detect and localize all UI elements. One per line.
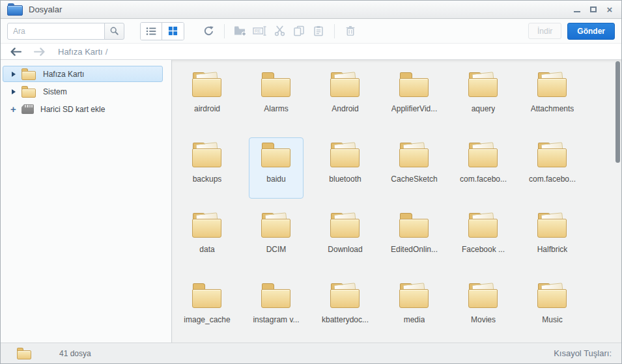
close-icon[interactable]: × bbox=[604, 5, 615, 15]
folder-item[interactable]: backups bbox=[180, 137, 234, 199]
folder-item[interactable]: Android bbox=[318, 67, 373, 128]
folder-item[interactable]: Attachments bbox=[525, 67, 580, 128]
search-input[interactable] bbox=[7, 23, 105, 40]
app-window: Dosyalar × bbox=[0, 0, 622, 364]
sidebar-item-label: Harici SD kart ekle bbox=[40, 105, 105, 114]
new-folder-icon bbox=[234, 25, 247, 36]
list-view-icon bbox=[146, 27, 156, 36]
forward-arrow-icon bbox=[33, 48, 46, 56]
folder-item[interactable]: ApplifierVid... bbox=[387, 67, 442, 128]
sidebar-item-label: Sistem bbox=[43, 87, 67, 96]
folder-icon bbox=[330, 283, 360, 309]
folder-name: Download bbox=[328, 245, 362, 254]
folder-name: image_cache bbox=[184, 315, 230, 324]
folder-item[interactable]: aquery bbox=[456, 67, 511, 128]
rename-button[interactable]: RE bbox=[250, 23, 270, 40]
folder-icon bbox=[17, 348, 32, 359]
folder-name: com.facebo... bbox=[529, 175, 576, 184]
folder-item[interactable]: Movies bbox=[456, 278, 511, 339]
folder-name: Movies bbox=[471, 315, 496, 324]
folder-name: instagram v... bbox=[253, 315, 299, 324]
folder-name: Alarms bbox=[264, 104, 288, 113]
folder-item[interactable]: baidu bbox=[249, 137, 304, 199]
folder-name: EditedOnlin... bbox=[391, 245, 438, 254]
folder-name: airdroid bbox=[194, 104, 220, 113]
sidebar-item[interactable]: + Sistem bbox=[3, 83, 163, 100]
folder-item[interactable]: EditedOnlin... bbox=[387, 208, 442, 269]
forward-button[interactable] bbox=[33, 48, 46, 56]
folder-item[interactable]: CacheSketch bbox=[387, 137, 442, 199]
folder-item[interactable]: Download bbox=[318, 208, 373, 269]
folder-name: Android bbox=[332, 104, 358, 113]
folder-item[interactable]: Music bbox=[525, 278, 580, 339]
folder-item[interactable]: image_cache bbox=[180, 278, 234, 339]
folder-name: Attachments bbox=[531, 104, 574, 113]
app-folder-icon bbox=[7, 3, 23, 16]
folder-icon bbox=[192, 283, 222, 309]
sidebar-item-label: Hafıza Kartı bbox=[43, 70, 84, 79]
copy-icon bbox=[293, 25, 305, 36]
add-icon[interactable]: + bbox=[8, 104, 18, 114]
folder-icon bbox=[21, 68, 36, 80]
folder-item[interactable]: airdroid bbox=[180, 67, 234, 128]
folder-icon bbox=[330, 213, 360, 238]
grid-view-button[interactable] bbox=[162, 23, 184, 40]
main-area: + Hafıza Kartı + Sistem + Harici SD kart… bbox=[1, 60, 621, 343]
toolbar-divider bbox=[334, 24, 335, 38]
svg-text:RE: RE bbox=[255, 29, 261, 33]
folder-name: DCIM bbox=[266, 245, 287, 254]
sidebar-item[interactable]: + Harici SD kart ekle bbox=[3, 101, 163, 117]
send-button[interactable]: Gönder bbox=[567, 23, 615, 40]
folder-view: airdroid Alarms Android ApplifierVid... … bbox=[172, 60, 621, 343]
paste-button[interactable] bbox=[309, 23, 328, 40]
folder-item[interactable]: Facebook ... bbox=[456, 208, 511, 269]
status-bar: 41 dosya Kısayol Tuşları: bbox=[1, 343, 621, 363]
vertical-scrollbar[interactable] bbox=[615, 61, 620, 163]
rename-icon: RE bbox=[253, 25, 267, 36]
refresh-button[interactable] bbox=[199, 23, 218, 40]
folder-name: Facebook ... bbox=[462, 245, 505, 254]
folder-icon bbox=[330, 72, 360, 98]
title-bar: Dosyalar × bbox=[1, 1, 621, 19]
grid-view-icon bbox=[168, 26, 178, 36]
folder-icon bbox=[192, 143, 222, 168]
maximize-icon[interactable] bbox=[588, 5, 599, 15]
folder-icon bbox=[399, 143, 429, 168]
cut-button[interactable] bbox=[270, 23, 289, 40]
folder-item[interactable]: DCIM bbox=[249, 208, 304, 269]
folder-item[interactable]: data bbox=[180, 208, 234, 269]
search-button[interactable] bbox=[104, 23, 124, 40]
search-group bbox=[7, 23, 124, 40]
sidebar-item[interactable]: + Hafıza Kartı bbox=[3, 66, 163, 82]
new-folder-button[interactable] bbox=[231, 23, 250, 40]
folder-icon bbox=[468, 283, 498, 309]
folder-item[interactable]: com.facebo... bbox=[456, 137, 511, 199]
download-button[interactable]: İndir bbox=[528, 23, 561, 39]
expand-triangle-icon[interactable] bbox=[8, 72, 18, 77]
delete-button[interactable] bbox=[341, 23, 360, 40]
folder-icon bbox=[261, 283, 291, 309]
minimize-icon[interactable] bbox=[572, 5, 582, 15]
folder-item[interactable]: com.facebo... bbox=[525, 137, 580, 199]
folder-item[interactable]: kbatterydoc... bbox=[318, 278, 373, 339]
folder-icon bbox=[21, 86, 36, 98]
expand-triangle-icon[interactable] bbox=[8, 89, 18, 94]
folder-item[interactable]: bluetooth bbox=[318, 137, 373, 199]
cut-icon bbox=[274, 25, 285, 36]
folder-item[interactable]: instagram v... bbox=[249, 278, 304, 339]
back-button[interactable] bbox=[10, 48, 22, 56]
toolbar: RE bbox=[1, 19, 621, 44]
sidebar-tree: + Hafıza Kartı + Sistem + Harici SD kart… bbox=[1, 60, 172, 343]
folder-item[interactable]: Halfbrick bbox=[525, 208, 580, 269]
folder-item[interactable]: media bbox=[387, 278, 442, 339]
toolbar-actions: İndir Gönder bbox=[528, 23, 615, 40]
search-icon bbox=[109, 26, 119, 36]
folder-name: media bbox=[404, 315, 425, 324]
list-view-button[interactable] bbox=[141, 23, 162, 40]
folder-icon bbox=[468, 72, 498, 98]
breadcrumb[interactable]: Hafıza Kartı bbox=[58, 47, 103, 57]
copy-button[interactable] bbox=[289, 23, 309, 40]
file-count: 41 dosya bbox=[59, 349, 91, 358]
folder-item[interactable]: Alarms bbox=[249, 67, 304, 128]
folder-name: Halfbrick bbox=[537, 245, 568, 254]
